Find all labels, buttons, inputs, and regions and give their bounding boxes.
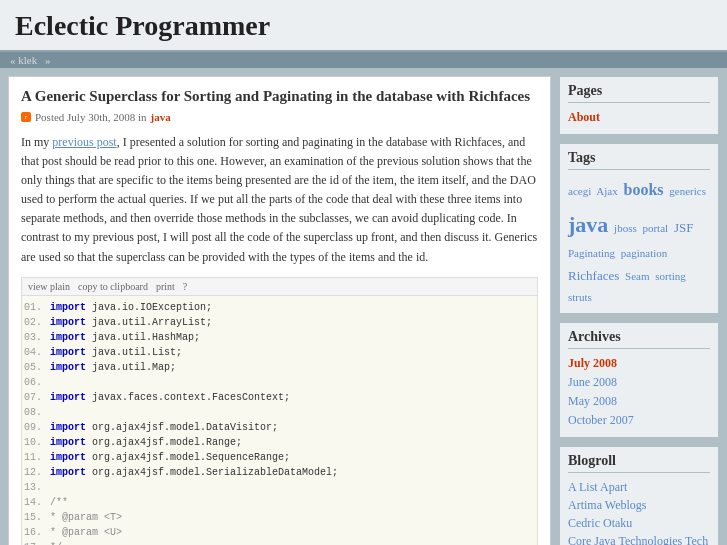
tag-link[interactable]: books [624, 181, 664, 198]
line-number: 08. [22, 405, 50, 420]
help-link[interactable]: ? [183, 281, 187, 292]
line-number: 17. [22, 540, 50, 545]
list-item: October 2007 [568, 412, 710, 428]
sidebar-archives-title: Archives [568, 329, 710, 349]
line-content: * @param <U> [50, 525, 537, 540]
line-content: import java.util.HashMap; [50, 330, 537, 345]
list-item: Cedric Otaku [568, 515, 710, 531]
code-line: 03.import java.util.HashMap; [22, 330, 537, 345]
sidebar-tags-title: Tags [568, 150, 710, 170]
article-category-link[interactable]: java [151, 111, 171, 123]
line-number: 16. [22, 525, 50, 540]
line-content [50, 405, 537, 420]
site-header: Eclectic Programmer [0, 0, 727, 52]
sidebar-tags: Tags acegi Ajax books generics java jbos… [559, 143, 719, 314]
pages-about-link[interactable]: About [568, 110, 600, 124]
list-item: July 2008 [568, 355, 710, 371]
nav-link[interactable]: klek [18, 54, 37, 66]
nav-text: « klek » [10, 54, 50, 66]
line-number: 06. [22, 375, 50, 390]
print-link[interactable]: print [156, 281, 175, 292]
sidebar-pages: Pages About [559, 76, 719, 135]
list-item: Artima Weblogs [568, 497, 710, 513]
list-item: June 2008 [568, 374, 710, 390]
archive-link[interactable]: October 2007 [568, 413, 634, 427]
line-number: 13. [22, 480, 50, 495]
line-content: import java.util.List; [50, 345, 537, 360]
line-number: 04. [22, 345, 50, 360]
code-line: 05.import java.util.Map; [22, 360, 537, 375]
code-line: 10.import org.ajax4jsf.model.Range; [22, 435, 537, 450]
archive-link[interactable]: July 2008 [568, 356, 617, 370]
tag-link[interactable]: acegi [568, 185, 591, 197]
copy-clipboard-link[interactable]: copy to clipboard [78, 281, 148, 292]
line-number: 15. [22, 510, 50, 525]
tag-link[interactable]: portal [642, 222, 668, 234]
tag-link[interactable]: Ajax [596, 185, 617, 197]
sidebar-blogroll: Blogroll A List ApartArtima WeblogsCedri… [559, 446, 719, 545]
code-toolbar: view plain copy to clipboard print ? [21, 277, 538, 296]
line-number: 11. [22, 450, 50, 465]
blogroll-link[interactable]: Artima Weblogs [568, 498, 646, 512]
line-content: /** [50, 495, 537, 510]
list-item: Core Java Technologies Tech Tips [568, 533, 710, 545]
code-line: 09.import org.ajax4jsf.model.DataVisitor… [22, 420, 537, 435]
main-content: A Generic Superclass for Sorting and Pag… [8, 76, 551, 545]
sidebar-archives: Archives July 2008June 2008May 2008Octob… [559, 322, 719, 438]
list-item: About [568, 109, 710, 125]
code-line: 14./** [22, 495, 537, 510]
line-content: import org.ajax4jsf.model.Range; [50, 435, 537, 450]
line-number: 09. [22, 420, 50, 435]
tag-link[interactable]: Richfaces [568, 268, 619, 283]
blogroll-link[interactable]: A List Apart [568, 480, 627, 494]
line-content: import java.io.IOException; [50, 300, 537, 315]
blogroll-link[interactable]: Cedric Otaku [568, 516, 632, 530]
sidebar-pages-list: About [568, 109, 710, 125]
line-content: import org.ajax4jsf.model.SequenceRange; [50, 450, 537, 465]
archive-link[interactable]: June 2008 [568, 375, 617, 389]
line-content: import org.ajax4jsf.model.DataVisitor; [50, 420, 537, 435]
tag-link[interactable]: sorting [655, 270, 686, 282]
sidebar-archives-list: July 2008June 2008May 2008October 2007 [568, 355, 710, 428]
list-item: A List Apart [568, 479, 710, 495]
line-content: import java.util.Map; [50, 360, 537, 375]
tag-link[interactable]: Seam [625, 270, 649, 282]
tag-link[interactable]: struts [568, 291, 592, 303]
previous-post-link[interactable]: previous post [52, 135, 116, 149]
tag-link[interactable]: java [568, 212, 608, 237]
rss-icon: r [21, 112, 31, 122]
sidebar-blogroll-title: Blogroll [568, 453, 710, 473]
line-number: 10. [22, 435, 50, 450]
sidebar-blogroll-list: A List ApartArtima WeblogsCedric OtakuCo… [568, 479, 710, 545]
tag-link[interactable]: pagination [621, 247, 667, 259]
sidebar-pages-title: Pages [568, 83, 710, 103]
tag-link[interactable]: Paginating [568, 247, 615, 259]
line-number: 14. [22, 495, 50, 510]
archive-link[interactable]: May 2008 [568, 394, 617, 408]
code-line: 11.import org.ajax4jsf.model.SequenceRan… [22, 450, 537, 465]
sidebar: Pages About Tags acegi Ajax books generi… [559, 76, 719, 545]
code-line: 08. [22, 405, 537, 420]
code-line: 17. */ [22, 540, 537, 545]
line-content [50, 375, 537, 390]
code-line: 12.import org.ajax4jsf.model.Serializabl… [22, 465, 537, 480]
line-content: import org.ajax4jsf.model.SerializableDa… [50, 465, 537, 480]
line-number: 07. [22, 390, 50, 405]
code-line: 01.import java.io.IOException; [22, 300, 537, 315]
view-plain-link[interactable]: view plain [28, 281, 70, 292]
tag-link[interactable]: jboss [614, 222, 637, 234]
tags-area: acegi Ajax books generics java jboss por… [568, 176, 710, 307]
tag-link[interactable]: generics [669, 185, 706, 197]
code-line: 13. [22, 480, 537, 495]
code-line: 04.import java.util.List; [22, 345, 537, 360]
nav-bar: « klek » [0, 52, 727, 68]
blogroll-link[interactable]: Core Java Technologies Tech Tips [568, 534, 708, 545]
line-number: 12. [22, 465, 50, 480]
line-number: 02. [22, 315, 50, 330]
line-content [50, 480, 537, 495]
list-item: May 2008 [568, 393, 710, 409]
line-content: import javax.faces.context.FacesContext; [50, 390, 537, 405]
tag-link[interactable]: JSF [674, 220, 694, 235]
line-number: 03. [22, 330, 50, 345]
line-content: */ [50, 540, 537, 545]
